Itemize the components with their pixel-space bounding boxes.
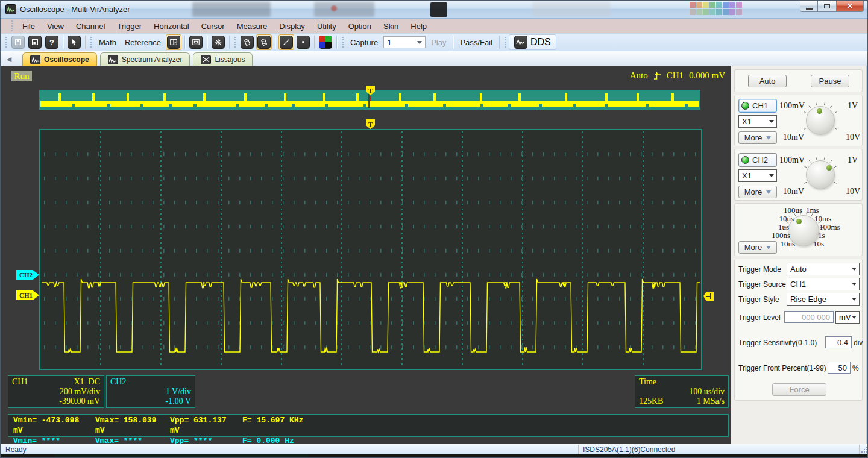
menu-file[interactable]: File <box>17 20 40 33</box>
snapshot-button[interactable] <box>27 34 43 50</box>
knob-label-10v: 10V <box>846 133 860 142</box>
ch2-freq: F= 0.000 Hz <box>237 436 294 444</box>
trigger-readout: Auto CH1 0.000 mV <box>630 71 725 81</box>
chevron-down-icon <box>766 136 771 142</box>
line-draw-icon <box>280 36 293 49</box>
reference-button[interactable]: Reference <box>121 38 165 47</box>
pause-button[interactable]: Pause <box>811 75 849 87</box>
close-icon: ✕ <box>847 2 853 10</box>
ch2-volts-knob[interactable]: 100mV 1V 10mV 10V <box>779 151 861 199</box>
ch2-scale: 1 V/div <box>166 387 191 397</box>
save-button[interactable] <box>10 34 26 50</box>
help-button[interactable]: ? <box>44 34 60 50</box>
ch1-probe-value: X1 <box>742 117 752 126</box>
autoset-button[interactable] <box>210 34 226 50</box>
trigger-mode-label: Trigger Mode <box>738 265 781 274</box>
menu-trigger[interactable]: Trigger <box>112 20 147 33</box>
ch1-probe-select[interactable]: X1 <box>738 115 777 128</box>
ch2-name: CH2 <box>110 377 126 387</box>
menu-utility[interactable]: Utility <box>312 20 342 33</box>
ch1-vpp: Vpp= 631.137 mV <box>165 415 237 436</box>
trigger-sensitivity-value: 0.4 <box>837 338 848 347</box>
dds-button[interactable]: DDS <box>509 34 556 50</box>
ch2-more-button[interactable]: More <box>738 186 777 198</box>
trigger-mode-value: Auto <box>790 265 807 274</box>
menu-skin[interactable]: Skin <box>378 20 404 33</box>
minimize-button[interactable] <box>800 1 818 12</box>
full-screen-button[interactable] <box>188 34 204 50</box>
ch2-offset-marker[interactable]: CH2 <box>16 270 39 280</box>
toolbar-separator <box>499 36 500 49</box>
calibrate-alt-button[interactable] <box>256 34 272 50</box>
measurement-panel: Vmin= -473.098 mV Vmax= 158.039 mV Vpp= … <box>8 414 729 437</box>
ch1-volts-knob[interactable]: 100mV 1V 10mV 10V <box>779 96 861 145</box>
ch1-enable-button[interactable]: CH1 <box>738 99 777 113</box>
knob-label-100mv: 100mV <box>779 101 805 111</box>
auto-button[interactable]: Auto <box>748 75 787 87</box>
trigger-source-readout: CH1 <box>667 71 684 81</box>
toolbar-grip <box>342 37 344 48</box>
menu-horizontal[interactable]: Horizontal <box>148 20 195 33</box>
knob-dial[interactable] <box>806 160 835 189</box>
ch2-led-icon <box>741 156 749 164</box>
menu-help[interactable]: Help <box>405 20 432 33</box>
ch1-button-label: CH1 <box>752 101 768 110</box>
tab-spectrum-analyzer[interactable]: Spectrum Analyzer <box>100 52 190 66</box>
trigger-level-unit-select[interactable]: mV <box>835 311 860 324</box>
math-button[interactable]: Math <box>95 38 121 47</box>
device-status: ISDS205A(1.1)(6)Connected <box>583 445 675 454</box>
tabbar: ◀ Oscilloscope Spectrum Analyzer Lissajo… <box>1 51 868 66</box>
menu-channel[interactable]: Channel <box>71 20 110 33</box>
trigger-level-marker[interactable] <box>703 292 714 301</box>
ch1-offset-marker[interactable]: CH1 <box>16 290 39 300</box>
dot-draw-icon <box>297 36 310 49</box>
play-button[interactable]: Play <box>427 38 450 47</box>
trigger-source-select[interactable]: CH1 <box>787 278 860 290</box>
toolbar-separator <box>453 36 453 49</box>
resize-grip[interactable] <box>860 445 867 453</box>
trigger-level-input[interactable]: 000 000 <box>784 311 834 323</box>
dds-label: DDS <box>530 37 551 48</box>
split-screen-button[interactable] <box>166 34 181 50</box>
menu-display[interactable]: Display <box>274 20 310 33</box>
color-palette-icon <box>319 36 332 49</box>
tab-oscilloscope[interactable]: Oscilloscope <box>22 52 97 66</box>
tab-lissajous[interactable]: Lissajous <box>193 52 253 66</box>
spectrum-tab-icon <box>108 55 118 64</box>
pointer-button[interactable] <box>66 34 82 50</box>
trigger-time-marker-plot[interactable]: T <box>366 119 375 129</box>
knob-label-100mv: 100mV <box>779 155 805 165</box>
menu-measure[interactable]: Measure <box>231 20 273 33</box>
color-button[interactable] <box>318 34 333 50</box>
tab-scroll-left[interactable]: ◀ <box>4 54 14 64</box>
trigger-source-label: Trigger Source <box>738 280 786 289</box>
force-button[interactable]: Force <box>772 383 826 396</box>
ch2-enable-button[interactable]: CH2 <box>738 153 777 167</box>
menu-cursor[interactable]: Cursor <box>196 20 230 33</box>
main-content: Run Auto CH1 0.000 mV T T CH2 CH1 <box>1 66 868 444</box>
ch1-more-button[interactable]: More <box>738 131 777 144</box>
restore-button[interactable] <box>818 1 836 12</box>
menu-option[interactable]: Option <box>343 20 377 33</box>
titlebar-artifact <box>532 2 611 17</box>
menu-view[interactable]: View <box>42 20 69 33</box>
trigger-front-input[interactable]: 50 <box>828 362 851 374</box>
capture-select[interactable]: 1 <box>383 36 426 48</box>
knob-label-10ns: 10ns <box>780 239 795 249</box>
close-button[interactable]: ✕ <box>836 1 864 12</box>
calibrate-button[interactable] <box>239 34 255 50</box>
timebase-knob[interactable]: 100us 10us 1us 100ns 10ns 1ms 10ms 100ms… <box>746 205 861 255</box>
dot-draw-button[interactable] <box>295 34 311 50</box>
menubar: File View Channel Trigger Horizontal Cur… <box>1 19 868 34</box>
ch1-info-box: CH1 X1 DC 200 mV/div -390.00 mV <box>8 375 104 408</box>
line-draw-button[interactable] <box>278 34 294 50</box>
toolbar-grip <box>90 37 92 48</box>
trigger-sensitivity-input[interactable]: 0.4 <box>825 336 852 348</box>
pass-fail-button[interactable]: Pass/Fail <box>456 38 496 47</box>
tab-label: Lissajous <box>215 55 245 64</box>
ch2-probe-select[interactable]: X1 <box>738 169 777 182</box>
ch2-probe-value: X1 <box>742 171 752 180</box>
toolbar-separator <box>229 36 230 49</box>
trigger-style-select[interactable]: Rise Edge <box>787 293 860 306</box>
trigger-mode-select[interactable]: Auto <box>787 263 860 275</box>
